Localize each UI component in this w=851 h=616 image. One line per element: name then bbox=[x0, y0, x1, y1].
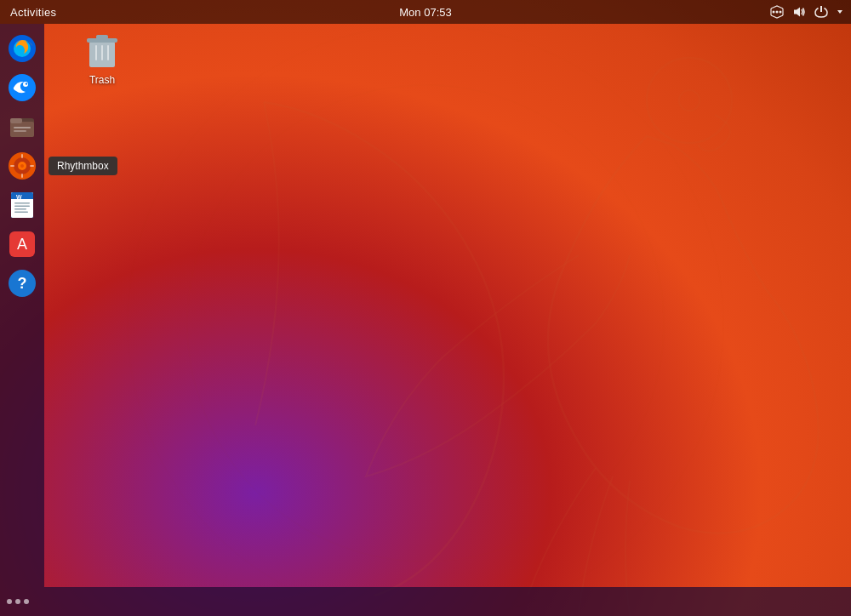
power-dropdown-icon[interactable] bbox=[836, 8, 844, 16]
trash-label: Trash bbox=[89, 74, 115, 86]
dock-item-files[interactable] bbox=[4, 109, 40, 145]
activities-button[interactable]: Activities bbox=[7, 6, 60, 19]
topbar-datetime: Mon 07:53 bbox=[399, 6, 451, 19]
dot-1 bbox=[7, 599, 12, 604]
dot-2 bbox=[15, 599, 20, 604]
svg-rect-33 bbox=[14, 208, 26, 210]
dock-item-thunderbird[interactable] bbox=[4, 70, 40, 106]
topbar-right bbox=[769, 4, 844, 20]
svg-rect-24 bbox=[21, 174, 23, 178]
svg-rect-44 bbox=[101, 45, 103, 60]
svg-rect-45 bbox=[107, 45, 109, 60]
trash-icon bbox=[82, 30, 123, 71]
svg-point-6 bbox=[780, 11, 782, 14]
svg-rect-25 bbox=[10, 165, 14, 167]
svg-text:A: A bbox=[17, 236, 27, 253]
taskbar bbox=[0, 587, 851, 616]
svg-text:W: W bbox=[16, 194, 22, 200]
svg-rect-26 bbox=[30, 165, 34, 167]
desktop bbox=[0, 0, 851, 616]
parrot-silhouette bbox=[0, 0, 851, 616]
dock-item-firefox[interactable] bbox=[4, 31, 40, 66]
dock-item-ubuntu-software[interactable]: A bbox=[4, 226, 40, 262]
power-icon[interactable] bbox=[814, 4, 829, 20]
svg-point-1 bbox=[679, 90, 700, 111]
dot-3 bbox=[24, 599, 29, 604]
svg-rect-34 bbox=[14, 212, 28, 214]
trash-desktop-icon[interactable]: Trash bbox=[68, 30, 136, 86]
svg-rect-17 bbox=[14, 127, 31, 128]
svg-point-2 bbox=[187, 85, 664, 562]
svg-rect-16 bbox=[10, 118, 22, 123]
dock-item-libreoffice-writer[interactable]: W bbox=[4, 187, 40, 223]
network-icon[interactable] bbox=[769, 4, 785, 20]
svg-point-3 bbox=[128, 26, 723, 616]
topbar: Activities Mon 07:53 bbox=[0, 0, 851, 24]
svg-point-0 bbox=[647, 58, 732, 143]
svg-text:?: ? bbox=[18, 275, 27, 292]
svg-point-5 bbox=[776, 11, 779, 14]
dock: Rhythmbox W A ? bbox=[0, 24, 44, 587]
topbar-left: Activities bbox=[7, 6, 60, 19]
svg-rect-43 bbox=[95, 45, 97, 60]
svg-rect-23 bbox=[21, 154, 23, 158]
svg-point-13 bbox=[26, 83, 27, 84]
svg-point-22 bbox=[20, 164, 24, 168]
dock-item-help[interactable]: ? bbox=[4, 265, 40, 301]
svg-rect-30 bbox=[11, 197, 33, 199]
dock-item-rhythmbox[interactable]: Rhythmbox bbox=[4, 148, 40, 184]
svg-rect-15 bbox=[10, 122, 34, 137]
svg-rect-32 bbox=[14, 206, 30, 208]
show-apps-button[interactable] bbox=[7, 599, 29, 604]
svg-point-4 bbox=[773, 11, 775, 14]
svg-rect-31 bbox=[14, 202, 30, 204]
svg-point-11 bbox=[9, 74, 36, 101]
sound-icon[interactable] bbox=[791, 4, 807, 20]
svg-rect-42 bbox=[96, 35, 108, 39]
svg-rect-18 bbox=[14, 130, 26, 132]
